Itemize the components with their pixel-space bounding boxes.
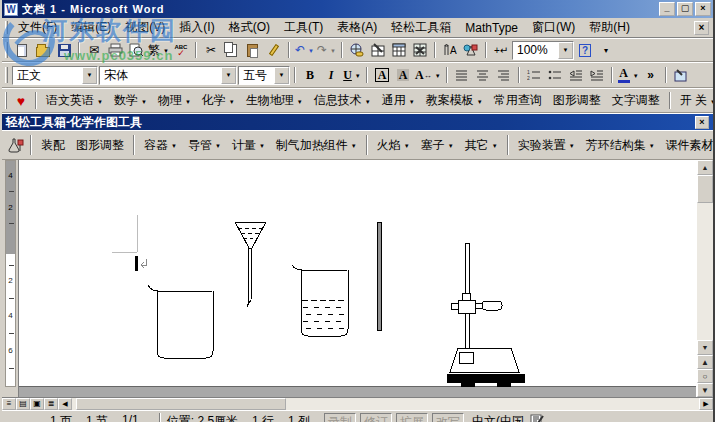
save-button[interactable] [54, 40, 74, 60]
minimize-button[interactable]: _ [659, 2, 675, 16]
subject-toolbar-grip[interactable] [5, 92, 7, 108]
print-button[interactable] [105, 40, 125, 60]
print-layout-view-button[interactable]: ▣ [30, 398, 44, 410]
text-adjust-button[interactable]: 文字调整 [607, 91, 665, 111]
menu-chemistry[interactable]: 化学 [197, 91, 240, 111]
bullets-button[interactable] [545, 65, 565, 85]
font-combobox[interactable]: 宋体 ▼ [99, 66, 237, 85]
menu-tubes[interactable]: 导管 [183, 135, 226, 155]
menu-general[interactable]: 通用 [377, 91, 420, 111]
italic-button[interactable]: I [321, 65, 341, 85]
menu-containers[interactable]: 容器 [139, 135, 182, 155]
status-mode-overtype[interactable]: 改写 [432, 413, 464, 422]
vertical-ruler[interactable]: 4 2 2 4 6 [2, 160, 19, 397]
horizontal-scroll-track[interactable] [72, 398, 699, 410]
common-query-button[interactable]: 常用查询 [489, 91, 547, 111]
menu-item-view[interactable]: 视图(V) [118, 17, 172, 38]
menu-item-edit[interactable]: 编辑(E) [64, 17, 118, 38]
menu-item-insert[interactable]: 插入(I) [172, 17, 221, 38]
formatting-toolbar-grip[interactable] [5, 67, 8, 84]
font-dropdown-arrow[interactable]: ▼ [221, 67, 236, 84]
zoom-combobox[interactable]: 100% ▼ [512, 41, 574, 60]
vertical-scroll-thumb[interactable] [697, 175, 713, 203]
arrow-plus-icon-button[interactable]: +↵ [491, 40, 511, 60]
insert-table-button[interactable] [389, 40, 409, 60]
font-color-button[interactable]: A [617, 65, 640, 85]
center-button[interactable] [473, 65, 493, 85]
cut-button[interactable]: ✂ [201, 40, 221, 60]
style-combobox[interactable]: 正文 ▼ [12, 66, 98, 85]
menu-bar-grip[interactable] [5, 21, 8, 34]
close-button[interactable]: × [695, 2, 711, 16]
standard-toolbar-grip[interactable] [5, 42, 8, 57]
vertical-scroll-track[interactable] [697, 175, 713, 340]
status-mode-track-changes[interactable]: 修订 [360, 413, 392, 422]
zoom-dropdown-arrow[interactable]: ▼ [558, 42, 573, 59]
email-button[interactable]: ✉ [84, 40, 104, 60]
numbering-button[interactable]: 1 2 [524, 65, 544, 85]
funnel-drawing[interactable] [235, 222, 266, 305]
beaker-empty-drawing[interactable] [148, 285, 213, 358]
menu-item-tools[interactable]: 工具(T) [277, 17, 330, 38]
size-combobox[interactable]: 五号 ▼ [238, 66, 290, 85]
menu-gas-heating[interactable]: 制气加热组件 [271, 135, 362, 155]
document-close-button[interactable]: × [694, 21, 709, 35]
iron-stand-drawing[interactable] [447, 243, 525, 387]
document-page[interactable] [19, 160, 696, 387]
copy-button[interactable] [222, 40, 242, 60]
insert-hyperlink-button[interactable] [347, 40, 367, 60]
tables-and-borders-button[interactable] [368, 40, 388, 60]
align-right-button[interactable] [494, 65, 514, 85]
outline-view-button[interactable]: ≣ [44, 398, 58, 410]
menu-item-file[interactable]: 文件(F) [11, 17, 64, 38]
size-dropdown-arrow[interactable]: ▼ [274, 67, 289, 84]
bold-button[interactable]: B [300, 65, 320, 85]
text-direction-button[interactable]: A [440, 40, 460, 60]
scroll-left-button[interactable]: ◀ [58, 398, 72, 410]
glass-rod-drawing[interactable] [377, 222, 382, 330]
horizontal-scroll-thumb[interactable] [76, 398, 286, 410]
redo-button[interactable]: ↷ [316, 40, 337, 60]
maximize-button[interactable]: ▢ [677, 2, 693, 16]
menu-item-easy-toolbox[interactable]: 轻松工具箱 [384, 17, 458, 38]
more-buttons-chevron[interactable]: » [641, 65, 661, 85]
character-scale-button[interactable]: A↔ [414, 65, 442, 85]
menu-info-tech[interactable]: 信息技术 [309, 91, 376, 111]
menu-lesson-templates[interactable]: 教案模板 [421, 91, 488, 111]
insert-excel-worksheet-button[interactable] [410, 40, 430, 60]
favorites-button[interactable]: ♥ [11, 91, 31, 111]
help-button[interactable]: ? [575, 40, 595, 60]
menu-chinese-english[interactable]: 语文英语 [41, 91, 108, 111]
web-layout-view-button[interactable]: ▤ [16, 398, 30, 410]
menu-math[interactable]: 数学 [109, 91, 152, 111]
graphic-adjust-button[interactable]: 图形调整 [548, 91, 606, 111]
chem-toolbox-button[interactable] [6, 135, 26, 155]
menu-others[interactable]: 其它 [460, 135, 503, 155]
scroll-right-button[interactable]: ▶ [699, 398, 713, 410]
paste-button[interactable] [243, 40, 263, 60]
status-mode-extend[interactable]: 扩展 [396, 413, 428, 422]
standard-toolbar-overflow-button[interactable]: ▾ [596, 40, 616, 60]
character-border-button[interactable]: A [372, 65, 392, 85]
chem-graphic-adjust-button[interactable]: 图形调整 [71, 135, 129, 155]
menu-item-help[interactable]: 帮助(H) [582, 17, 637, 38]
new-document-button[interactable] [12, 40, 32, 60]
extra-tool-button[interactable] [671, 65, 691, 85]
menu-flame[interactable]: 火焰 [372, 135, 415, 155]
undo-button[interactable]: ↶ [294, 40, 315, 60]
status-mode-record[interactable]: 录制 [324, 413, 356, 422]
menu-item-table[interactable]: 表格(A) [330, 17, 384, 38]
menu-physics[interactable]: 物理 [153, 91, 196, 111]
drawing-toolbar-button[interactable] [461, 40, 481, 60]
spelling-grammar-button[interactable]: ABC ✓ [171, 40, 191, 60]
toolbox-switch-button[interactable]: 开 关 [675, 91, 715, 111]
justify-button[interactable] [452, 65, 472, 85]
menu-experiment-setups[interactable]: 实验装置 [513, 135, 580, 155]
assemble-button[interactable]: 装配 [36, 135, 70, 155]
toolbox-close-button[interactable]: × [695, 116, 709, 129]
underline-button[interactable]: U [342, 65, 362, 85]
menu-measuring[interactable]: 计量 [227, 135, 270, 155]
menu-biology-geography[interactable]: 生物地理 [241, 91, 308, 111]
character-shading-button[interactable]: A [393, 65, 413, 85]
menu-item-window[interactable]: 窗口(W) [525, 17, 582, 38]
